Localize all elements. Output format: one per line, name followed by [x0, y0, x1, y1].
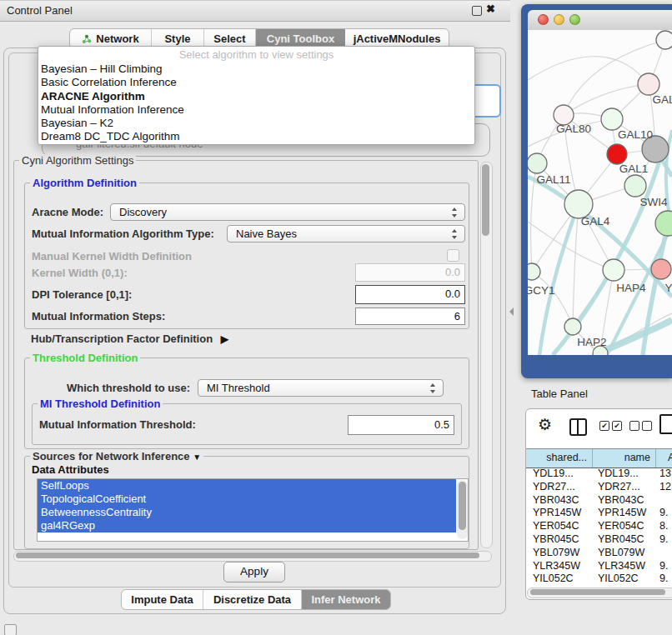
data-attribute-item[interactable]: BetweennessCentrality: [38, 506, 456, 519]
close-traffic-light-icon[interactable]: [538, 14, 549, 25]
collapsed-panel-icon[interactable]: [4, 624, 17, 635]
table-row[interactable]: YPR145WYPR145W9.: [526, 507, 672, 520]
select-all-checkbox-icon[interactable]: ✔: [612, 421, 622, 431]
mi-algorithm-type-select[interactable]: Naive Bayes: [227, 225, 465, 242]
network-icon: [82, 34, 92, 44]
table-cell: YIL052C: [526, 572, 593, 586]
mi-threshold-definition-title: MI Threshold Definition: [38, 398, 163, 410]
table-horizontal-scrollbar[interactable]: [527, 588, 672, 598]
network-canvas[interactable]: GALGAL80GAL10GAL1SWI4GAL11GAL4GCY1HAP4YH…: [528, 30, 672, 355]
float-window-icon[interactable]: [472, 6, 482, 16]
data-attribute-item[interactable]: gal4RGexp: [38, 519, 456, 532]
which-threshold-label: Which threshold to use:: [25, 382, 190, 394]
tab-infer-network[interactable]: Infer Network: [302, 590, 390, 609]
expand-right-icon: ▶: [221, 333, 228, 345]
settings-vertical-scrollbar[interactable]: [480, 162, 493, 548]
data-attribute-item[interactable]: TopologicalCoefficient: [38, 492, 456, 506]
network-node-y[interactable]: [651, 259, 671, 279]
sources-group-title[interactable]: Sources for Network Inference ▼: [30, 450, 203, 463]
table-cell: 9.: [656, 533, 672, 547]
mi-steps-input[interactable]: 6: [355, 308, 465, 325]
mi-threshold-input[interactable]: 0.5: [348, 415, 454, 435]
column-header-name[interactable]: name: [593, 449, 656, 468]
column-header-shared[interactable]: shared...: [526, 449, 593, 468]
table-cell: YLR345W: [593, 560, 656, 573]
table-settings-gear-icon[interactable]: ⚙: [538, 415, 552, 433]
new-table-icon[interactable]: [659, 414, 672, 434]
manual-kernel-width-checkbox[interactable]: [447, 249, 459, 262]
attributes-scrollbar[interactable]: [457, 480, 468, 539]
network-node[interactable]: [655, 211, 672, 236]
dpi-tolerance-label: DPI Tolerance [0,1]:: [32, 288, 132, 301]
column-layout-icon[interactable]: [569, 418, 587, 436]
network-node-label: GAL80: [556, 122, 591, 135]
network-node-gcy1[interactable]: [528, 263, 540, 280]
table-row[interactable]: YBR043CYBR043C: [526, 494, 672, 508]
table-cell: YBR045C: [526, 533, 593, 547]
network-node[interactable]: [656, 31, 672, 49]
network-node-label: GAL11: [536, 173, 570, 186]
network-node-hap2[interactable]: [564, 318, 581, 335]
settings-horizontal-scrollbar-thumb[interactable]: [16, 552, 479, 558]
column-header-partial[interactable]: A: [656, 449, 672, 468]
table-cell: YER054C: [593, 520, 656, 533]
deselect-checkbox-icon[interactable]: [642, 421, 652, 431]
algorithm-option[interactable]: Bayesian – Hill Climbing: [38, 62, 474, 76]
hub-transcription-factor-toggle[interactable]: Hub/Transcription Factor Definition ▶: [31, 332, 228, 345]
table-row[interactable]: YBL079WYBL079W: [526, 547, 672, 560]
table-cell: YBL079W: [593, 547, 656, 560]
stepper-arrows-icon: [452, 229, 458, 239]
settings-horizontal-scrollbar[interactable]: [13, 551, 492, 562]
select-all-checkbox-icon[interactable]: ✔: [599, 421, 609, 431]
network-node-gal10[interactable]: [601, 108, 623, 130]
algorithm-option[interactable]: Mutual Information Inference: [38, 103, 474, 117]
sources-title-text: Sources for Network Inference: [33, 450, 190, 462]
zoom-traffic-light-icon[interactable]: [569, 14, 580, 25]
table-row[interactable]: YER054CYER054C8.: [526, 520, 672, 533]
threshold-definition-group: Threshold Definition Which threshold to …: [24, 358, 469, 449]
apply-button[interactable]: Apply: [223, 562, 285, 582]
tab-impute-data[interactable]: Impute Data: [122, 590, 203, 609]
network-node-gal11[interactable]: [528, 153, 547, 173]
network-node-hap4[interactable]: [603, 259, 624, 281]
network-node-gal1[interactable]: [607, 144, 627, 164]
table-row[interactable]: YDR27...YDR27...12: [526, 481, 672, 494]
dpi-tolerance-input[interactable]: 0.0: [355, 285, 465, 304]
manual-kernel-width-label: Manual Kernel Width Definition: [32, 250, 192, 262]
network-node-gal[interactable]: [638, 73, 659, 95]
table-row[interactable]: YBR045CYBR045C9.: [526, 533, 672, 547]
table-row[interactable]: YLR345WYLR345W9.: [526, 560, 672, 573]
network-view-window[interactable]: GALGAL80GAL10GAL1SWI4GAL11GAL4GCY1HAP4YH…: [521, 4, 672, 378]
data-attribute-item[interactable]: SelfLoops: [38, 479, 456, 492]
network-node-swi4[interactable]: [624, 175, 646, 197]
table-row[interactable]: YIL052CYIL052C9.: [526, 572, 672, 586]
algorithm-option[interactable]: Dream8 DC_TDC Algorithm: [38, 130, 474, 143]
table-panel-widget: ⚙ ✔ ✔ shared... name A YDL19...YDL19...1…: [525, 408, 672, 600]
network-window-titlebar[interactable]: [528, 10, 672, 30]
table-cell: YPR145W: [593, 507, 656, 520]
network-node-gal4[interactable]: [564, 190, 593, 218]
aracne-mode-select[interactable]: Discovery: [110, 203, 465, 221]
data-attributes-list[interactable]: SelfLoopsTopologicalCoefficientBetweenne…: [37, 478, 469, 542]
table-row[interactable]: YDL19...YDL19...13: [526, 468, 672, 481]
algorithm-option[interactable]: Bayesian – K2: [38, 117, 474, 130]
minimize-traffic-light-icon[interactable]: [554, 14, 564, 25]
collapse-down-icon: ▼: [193, 452, 201, 462]
control-panel-title: Control Panel: [7, 1, 73, 20]
cyni-algorithm-settings-group: Cyni Algorithm Settings Algorithm Defini…: [13, 160, 479, 550]
tab-style-label: Style: [164, 32, 190, 45]
table-cell: YPR145W: [526, 507, 593, 520]
table-horizontal-scrollbar-thumb[interactable]: [530, 589, 665, 595]
attributes-scrollbar-thumb[interactable]: [459, 482, 466, 530]
tab-discretize-data[interactable]: Discretize Data: [203, 590, 302, 609]
which-threshold-select[interactable]: MI Threshold: [198, 379, 444, 397]
algorithm-option[interactable]: Basic Correlation Inference: [38, 76, 474, 89]
settings-vertical-scrollbar-thumb[interactable]: [482, 164, 489, 236]
close-icon[interactable]: ✖: [486, 2, 495, 15]
deselect-checkbox-icon[interactable]: [629, 421, 639, 431]
algorithm-option[interactable]: ARACNE Algorithm: [38, 90, 474, 103]
kernel-width-input[interactable]: 0.0: [355, 263, 465, 282]
splitter-collapse-icon[interactable]: [509, 308, 514, 316]
tab-jactivemnodules-label: jActiveMNodules: [354, 32, 441, 45]
table-cell: YBR043C: [593, 494, 656, 508]
